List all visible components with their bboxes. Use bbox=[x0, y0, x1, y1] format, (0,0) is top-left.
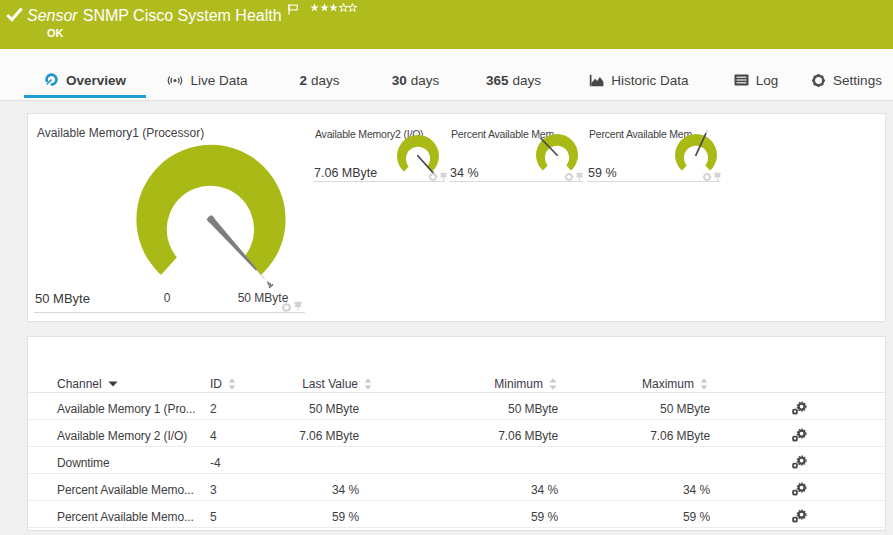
tab-bar: Overview Live Data 2 days 30 days 365 da… bbox=[0, 49, 893, 101]
cell-channel: Percent Available Memo... bbox=[57, 483, 194, 497]
column-header-label: Channel bbox=[57, 377, 102, 391]
gauge-cell-available-memory2: Available Memory2 (I/O) 7.06 MByte bbox=[313, 125, 445, 195]
primary-gauge-min-label: 0 bbox=[152, 291, 182, 305]
status-badge: OK bbox=[47, 27, 64, 39]
cell-id: 2 bbox=[210, 402, 217, 416]
star-filled-icon[interactable] bbox=[320, 3, 329, 12]
divider bbox=[313, 181, 445, 182]
cell-minimum: 50 MByte bbox=[508, 402, 558, 416]
gear-icon bbox=[811, 73, 826, 88]
cell-maximum: 59 % bbox=[683, 510, 710, 524]
cell-id: -4 bbox=[210, 456, 220, 470]
cell-channel: Available Memory 1 (Pro... bbox=[57, 402, 196, 416]
tab-label: Live Data bbox=[190, 73, 247, 88]
table-row[interactable]: Percent Available Memo... 3 34 % 34 % 34… bbox=[28, 474, 885, 501]
flag-icon[interactable] bbox=[287, 4, 299, 15]
tab-settings[interactable]: Settings bbox=[800, 60, 893, 100]
gauge-value: 59 % bbox=[588, 166, 617, 180]
star-filled-icon[interactable] bbox=[310, 3, 319, 12]
cell-last-value: 59 % bbox=[332, 510, 359, 524]
gauge-cell-percent-available-memory-5: Percent Available Mem... 59 % bbox=[587, 125, 720, 195]
cell-channel: Available Memory 2 (I/O) bbox=[57, 429, 187, 443]
column-header-id[interactable]: ID bbox=[210, 377, 236, 391]
star-outline-icon[interactable] bbox=[348, 3, 357, 12]
sensor-status-bar: SensorSNMP Cisco System Health OK bbox=[0, 0, 893, 49]
table-row[interactable]: Percent Available Memo... 5 59 % 59 % 59… bbox=[28, 501, 885, 528]
sort-icon bbox=[549, 378, 557, 390]
tab-number: 30 bbox=[392, 73, 407, 88]
tab-live-data[interactable]: Live Data bbox=[146, 60, 269, 100]
cell-channel: Percent Available Memo... bbox=[57, 510, 194, 524]
channel-settings-icon[interactable] bbox=[790, 455, 808, 473]
cell-maximum: 50 MByte bbox=[660, 402, 710, 416]
cell-last-value: 50 MByte bbox=[309, 402, 359, 416]
gauge-cell-percent-available-memory-3: Percent Available Mem... 34 % bbox=[449, 125, 583, 195]
tab-number: 2 bbox=[299, 73, 307, 88]
log-icon bbox=[734, 74, 749, 86]
tab-label: days bbox=[311, 73, 340, 88]
cell-id: 4 bbox=[210, 429, 217, 443]
cell-id: 3 bbox=[210, 483, 217, 497]
column-header-maximum[interactable]: Maximum bbox=[642, 377, 708, 391]
channel-settings-icon[interactable] bbox=[790, 482, 808, 500]
gauges-panel: Available Memory1 (Processor) 0 50 MByte… bbox=[27, 113, 886, 322]
table-row[interactable]: Downtime -4 bbox=[28, 447, 885, 474]
gauge-value: 7.06 MByte bbox=[314, 166, 377, 180]
cell-last-value: 34 % bbox=[332, 483, 359, 497]
star-filled-icon[interactable] bbox=[329, 3, 338, 12]
tab-label: Overview bbox=[66, 73, 126, 88]
status-ok-check-icon bbox=[6, 7, 23, 22]
channel-settings-icon[interactable] bbox=[790, 428, 808, 446]
cell-maximum: 7.06 MByte bbox=[650, 429, 710, 443]
cell-minimum: 7.06 MByte bbox=[498, 429, 558, 443]
sort-icon bbox=[364, 378, 372, 390]
tab-label: Log bbox=[756, 73, 779, 88]
cell-channel: Downtime bbox=[57, 456, 110, 470]
sort-icon bbox=[700, 378, 708, 390]
table-header-row: Channel ID Last Value Minimum Maximum bbox=[28, 370, 885, 393]
column-header-label: Last Value bbox=[302, 377, 358, 391]
tab-2-days[interactable]: 2 days bbox=[269, 60, 370, 100]
tab-number: 365 bbox=[486, 73, 509, 88]
divider bbox=[449, 181, 583, 182]
tab-log[interactable]: Log bbox=[712, 60, 800, 100]
gauge-value: 34 % bbox=[450, 166, 479, 180]
channel-settings-icon[interactable] bbox=[790, 509, 808, 527]
sensor-name: SNMP Cisco System Health bbox=[83, 7, 282, 24]
cell-last-value: 7.06 MByte bbox=[299, 429, 359, 443]
object-type-label: Sensor bbox=[27, 7, 78, 24]
tab-label: days bbox=[411, 73, 440, 88]
channel-settings-icon[interactable] bbox=[790, 401, 808, 419]
column-header-label: ID bbox=[210, 377, 222, 391]
column-header-channel[interactable]: Channel bbox=[57, 377, 118, 391]
sort-desc-icon bbox=[108, 381, 118, 387]
tab-label: days bbox=[513, 73, 542, 88]
column-header-minimum[interactable]: Minimum bbox=[494, 377, 557, 391]
column-header-label: Maximum bbox=[642, 377, 694, 391]
tab-365-days[interactable]: 365 days bbox=[461, 60, 566, 100]
sort-icon bbox=[228, 378, 236, 390]
tab-30-days[interactable]: 30 days bbox=[370, 60, 461, 100]
table-row[interactable]: Available Memory 1 (Pro... 2 50 MByte 50… bbox=[28, 393, 885, 420]
cell-id: 5 bbox=[210, 510, 217, 524]
column-header-label: Minimum bbox=[494, 377, 543, 391]
star-outline-icon[interactable] bbox=[339, 3, 348, 12]
primary-gauge bbox=[130, 138, 300, 302]
cell-minimum: 34 % bbox=[531, 483, 558, 497]
divider bbox=[587, 181, 720, 182]
table-row[interactable]: Available Memory 2 (I/O) 4 7.06 MByte 7.… bbox=[28, 420, 885, 447]
tab-overview[interactable]: Overview bbox=[24, 60, 146, 100]
column-header-last-value[interactable]: Last Value bbox=[302, 377, 372, 391]
gauge-icon bbox=[44, 73, 59, 87]
cell-minimum: 59 % bbox=[531, 510, 558, 524]
tab-label: Historic Data bbox=[611, 73, 688, 88]
primary-gauge-value: 50 MByte bbox=[35, 291, 90, 306]
page-title: SensorSNMP Cisco System Health bbox=[27, 4, 282, 27]
tab-label: Settings bbox=[833, 73, 882, 88]
priority-stars[interactable] bbox=[310, 3, 357, 12]
divider bbox=[34, 312, 305, 313]
tab-historic-data[interactable]: Historic Data bbox=[566, 60, 712, 100]
channels-table-panel: Channel ID Last Value Minimum Maximum Av… bbox=[27, 336, 886, 531]
broadcast-icon bbox=[167, 73, 183, 88]
cell-maximum: 34 % bbox=[683, 483, 710, 497]
